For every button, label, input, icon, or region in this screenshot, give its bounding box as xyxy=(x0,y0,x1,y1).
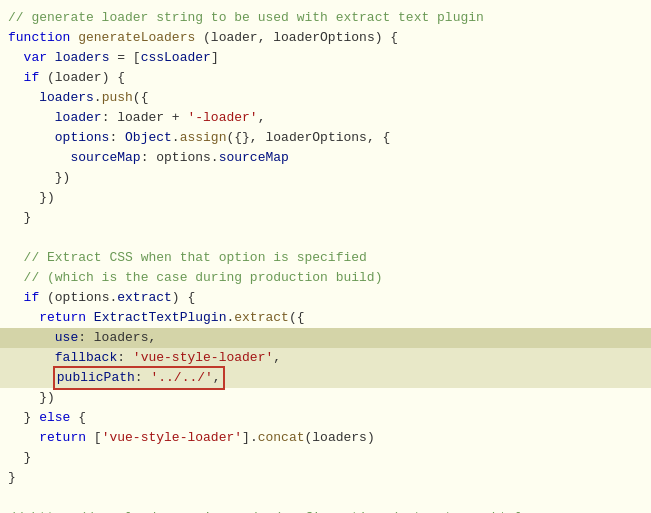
code-line-16: return ExtractTextPlugin.extract({ xyxy=(0,308,651,328)
code-line-24: } xyxy=(0,468,651,488)
comment-url: // https://vue-loader.vuejs.org/en/confi… xyxy=(8,508,523,513)
indent xyxy=(8,128,55,148)
closing-brace: }) xyxy=(39,188,55,208)
indent xyxy=(8,288,24,308)
closing-brace: } xyxy=(24,408,40,428)
code-line-21: } else { xyxy=(0,408,651,428)
indent xyxy=(8,388,39,408)
indent xyxy=(8,348,55,368)
prop-sourcemap: sourceMap xyxy=(70,148,140,168)
code-line-13: // Extract CSS when that option is speci… xyxy=(0,248,651,268)
indent xyxy=(8,248,24,268)
indent xyxy=(8,428,39,448)
indent xyxy=(8,208,24,228)
prop-fallback: fallback xyxy=(55,348,117,368)
empty-line xyxy=(8,228,16,248)
code-line-8: sourceMap: options.sourceMap xyxy=(0,148,651,168)
prop-use: use xyxy=(55,328,78,348)
code-line-20: }) xyxy=(0,388,651,408)
keyword-var: var xyxy=(24,48,55,68)
indent xyxy=(8,168,55,188)
method-concat: concat xyxy=(258,428,305,448)
indent xyxy=(8,108,55,128)
code-text: ] xyxy=(211,48,219,68)
indent xyxy=(8,408,24,428)
code-line-11: } xyxy=(0,208,651,228)
keyword-return2: return xyxy=(39,428,94,448)
prop-sourcemap2: sourceMap xyxy=(219,148,289,168)
code-line-25 xyxy=(0,488,651,508)
code-line-4: if (loader) { xyxy=(0,68,651,88)
code-line-15: if (options.extract) { xyxy=(0,288,651,308)
comment-production: // (which is the case during production … xyxy=(24,268,383,288)
keyword-if2: if xyxy=(24,288,40,308)
bracket-close: ]. xyxy=(242,428,258,448)
code-line-10: }) xyxy=(0,188,651,208)
colon: : loaders, xyxy=(78,328,156,348)
code-text: ({ xyxy=(289,308,305,328)
code-editor: // generate loader string to be used wit… xyxy=(0,0,651,513)
code-line-17: use: loaders, xyxy=(0,328,651,348)
code-text: ({}, loaderOptions, { xyxy=(226,128,390,148)
method-extract: extract xyxy=(234,308,289,328)
colon: : xyxy=(109,128,125,148)
prop-options: options xyxy=(55,128,110,148)
closing-brace: }) xyxy=(39,388,55,408)
colon: : loader + xyxy=(102,108,188,128)
closing-brace: } xyxy=(8,468,16,488)
code-line-19: publicPath: '../../', xyxy=(0,368,651,388)
string-loader: '-loader' xyxy=(187,108,257,128)
code-text: { xyxy=(70,408,86,428)
code-text: (loaders) xyxy=(305,428,375,448)
code-text: ({ xyxy=(133,88,149,108)
prop-public-path: publicPath xyxy=(57,370,135,385)
code-line-22: return ['vue-style-loader'].concat(loade… xyxy=(0,428,651,448)
empty-line2 xyxy=(8,488,16,508)
code-line-14: // (which is the case during production … xyxy=(0,268,651,288)
code-line-6: loader: loader + '-loader', xyxy=(0,108,651,128)
code-text: (options. xyxy=(39,288,117,308)
bracket-open: [ xyxy=(94,428,102,448)
keyword-return: return xyxy=(39,308,94,328)
indent xyxy=(8,48,24,68)
code-line-23: } xyxy=(0,448,651,468)
method-push: push xyxy=(102,88,133,108)
comma: , xyxy=(273,348,281,368)
var-loaders2: loaders xyxy=(39,88,94,108)
keyword-else: else xyxy=(39,408,70,428)
colon: : xyxy=(135,370,151,385)
code-line-1: // generate loader string to be used wit… xyxy=(0,8,651,28)
indent xyxy=(8,448,24,468)
closing-brace: } xyxy=(24,208,32,228)
comment-extract: // Extract CSS when that option is speci… xyxy=(24,248,367,268)
var-loaders: loaders xyxy=(55,48,110,68)
indent xyxy=(8,328,55,348)
css-loader-ref: cssLoader xyxy=(141,48,211,68)
code-line-18: fallback: 'vue-style-loader', xyxy=(0,348,651,368)
code-line-26: // https://vue-loader.vuejs.org/en/confi… xyxy=(0,508,651,513)
closing-brace: }) xyxy=(55,168,71,188)
code-line-3: var loaders = [cssLoader] xyxy=(0,48,651,68)
function-name: generateLoaders xyxy=(78,28,195,48)
object-ref: Object xyxy=(125,128,172,148)
prop-loader: loader xyxy=(55,108,102,128)
indent xyxy=(8,88,39,108)
code-text: ) { xyxy=(172,288,195,308)
code-text: . xyxy=(94,88,102,108)
code-line-12 xyxy=(0,228,651,248)
string-vue-style-loader: 'vue-style-loader' xyxy=(133,348,273,368)
code-text: (loader) { xyxy=(39,68,125,88)
colon: : options. xyxy=(141,148,219,168)
comment-text: // generate loader string to be used wit… xyxy=(8,8,484,28)
dot: . xyxy=(226,308,234,328)
keyword-if: if xyxy=(24,68,40,88)
indent xyxy=(8,368,55,388)
indent xyxy=(8,148,70,168)
indent xyxy=(8,188,39,208)
method-assign: assign xyxy=(180,128,227,148)
code-line-7: options: Object.assign({}, loaderOptions… xyxy=(0,128,651,148)
code-line-5: loaders.push({ xyxy=(0,88,651,108)
string-public-path: '../../' xyxy=(150,370,212,385)
extract-plugin: ExtractTextPlugin xyxy=(94,308,227,328)
code-text: = [ xyxy=(109,48,140,68)
